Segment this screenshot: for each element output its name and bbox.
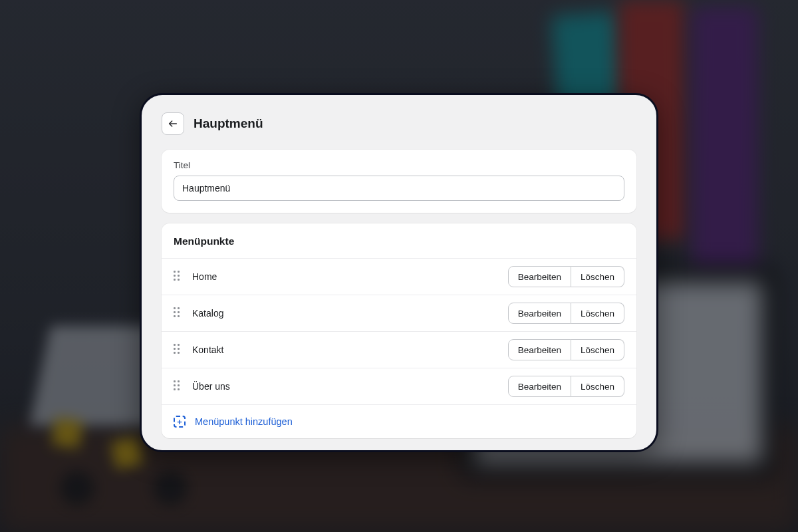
menu-item-row: KontaktBearbeitenLöschen [162,332,636,368]
add-menu-item-label: Menüpunkt hinzufügen [195,416,293,427]
menu-item-actions: BearbeitenLöschen [508,266,624,287]
navigation-editor-panel: Hauptmenü Titel Menüpunkte HomeBearbeite… [140,93,658,452]
menu-items-card: Menüpunkte HomeBearbeitenLöschenKatalogB… [162,223,636,438]
menu-item-label: Kontakt [192,344,223,355]
menu-item-row: HomeBearbeitenLöschen [162,259,636,295]
drag-handle-icon[interactable] [174,380,182,392]
delete-button[interactable]: Löschen [571,376,624,397]
delete-button[interactable]: Löschen [571,303,624,324]
title-card: Titel [162,150,636,213]
drag-handle-icon[interactable] [174,344,182,356]
drag-handle-icon[interactable] [174,307,182,319]
add-menu-item-button[interactable]: + Menüpunkt hinzufügen [162,405,636,438]
menu-items-heading: Menüpunkte [162,223,636,259]
edit-button[interactable]: Bearbeiten [508,339,571,360]
menu-item-label: Home [192,271,217,282]
menu-item-actions: BearbeitenLöschen [508,339,624,360]
menu-item-label: Katalog [192,308,223,319]
edit-button[interactable]: Bearbeiten [508,303,571,324]
page-title: Hauptmenü [194,116,263,131]
title-field-label: Titel [174,160,624,170]
menu-item-actions: BearbeitenLöschen [508,303,624,324]
edit-button[interactable]: Bearbeiten [508,376,571,397]
delete-button[interactable]: Löschen [571,339,624,360]
menu-item-row: KatalogBearbeitenLöschen [162,295,636,332]
delete-button[interactable]: Löschen [571,266,624,287]
arrow-left-icon [168,118,178,129]
title-input[interactable] [174,176,624,201]
menu-item-actions: BearbeitenLöschen [508,376,624,397]
drag-handle-icon[interactable] [174,271,182,283]
back-button[interactable] [162,112,184,135]
plus-dashed-icon: + [174,416,186,428]
menu-item-label: Über uns [192,381,230,392]
edit-button[interactable]: Bearbeiten [508,266,571,287]
menu-item-row: Über unsBearbeitenLöschen [162,368,636,405]
